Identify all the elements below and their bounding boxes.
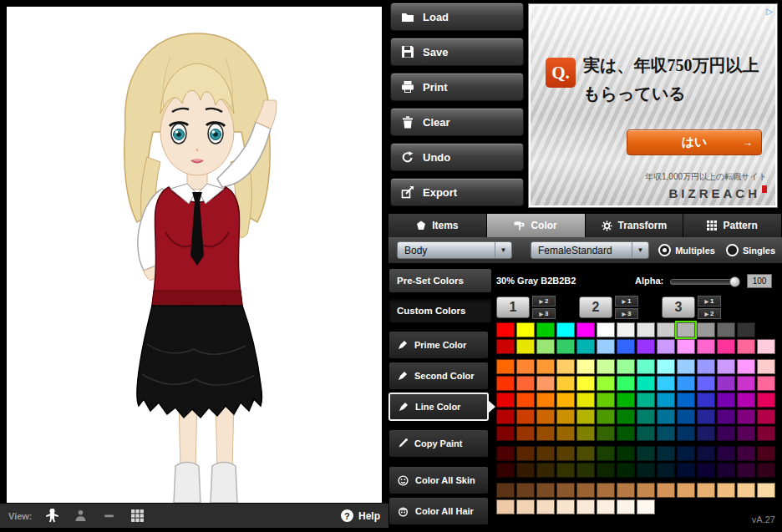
- palette-swatch[interactable]: [757, 446, 775, 461]
- palette-swatch[interactable]: [637, 322, 655, 337]
- palette-swatch[interactable]: [697, 393, 715, 408]
- palette-swatch[interactable]: [757, 376, 775, 391]
- line-color-button[interactable]: Line Color: [388, 393, 489, 421]
- palette-swatch[interactable]: [737, 359, 755, 374]
- palette-swatch[interactable]: [717, 426, 735, 441]
- color-all-skin-button[interactable]: Color All Skin: [388, 466, 489, 494]
- palette-swatch[interactable]: [657, 339, 675, 354]
- palette-swatch[interactable]: [657, 463, 675, 478]
- tab-items[interactable]: Items: [388, 214, 487, 237]
- palette-swatch[interactable]: [536, 446, 555, 461]
- palette-swatch[interactable]: [597, 426, 615, 441]
- palette-swatch[interactable]: [556, 463, 575, 478]
- palette-swatch[interactable]: [737, 393, 755, 408]
- palette-swatch[interactable]: [556, 376, 575, 391]
- palette-swatch[interactable]: [496, 499, 515, 514]
- tab-color[interactable]: Color: [487, 214, 586, 237]
- palette-swatch[interactable]: [597, 359, 615, 374]
- palette-swatch[interactable]: [536, 463, 555, 478]
- palette-swatch[interactable]: [576, 483, 595, 498]
- ad-cta-button[interactable]: はい: [627, 129, 762, 155]
- palette-swatch[interactable]: [677, 446, 695, 461]
- palette-swatch[interactable]: [576, 426, 595, 441]
- palette-swatch[interactable]: [516, 359, 535, 374]
- palette-swatch[interactable]: [576, 409, 595, 424]
- palette-swatch[interactable]: [536, 339, 555, 354]
- palette-page-link[interactable]: 1: [698, 296, 721, 307]
- palette-swatch[interactable]: [757, 339, 775, 354]
- palette-swatch[interactable]: [556, 393, 575, 408]
- palette-swatch[interactable]: [657, 409, 675, 424]
- palette-swatch[interactable]: [697, 409, 715, 424]
- palette-swatch[interactable]: [617, 499, 635, 514]
- palette-swatch[interactable]: [737, 322, 755, 337]
- palette-swatch[interactable]: [516, 393, 535, 408]
- palette-swatch[interactable]: [516, 499, 535, 514]
- palette-swatch[interactable]: [516, 463, 535, 478]
- palette-swatch[interactable]: [576, 376, 595, 391]
- palette-swatch[interactable]: [597, 409, 615, 424]
- palette-swatch[interactable]: [757, 322, 775, 337]
- palette-swatch[interactable]: [717, 339, 735, 354]
- palette-swatch[interactable]: [677, 463, 695, 478]
- undo-button[interactable]: Undo: [390, 143, 524, 171]
- palette-swatch[interactable]: [597, 446, 615, 461]
- radio-multiples[interactable]: Multiples: [658, 244, 715, 256]
- palette-swatch[interactable]: [617, 322, 635, 337]
- palette-swatch[interactable]: [536, 376, 555, 391]
- palette-swatch[interactable]: [496, 446, 515, 461]
- palette-swatch[interactable]: [717, 322, 735, 337]
- palette-swatch[interactable]: [556, 483, 575, 498]
- palette-swatch[interactable]: [737, 483, 755, 498]
- alpha-slider-handle[interactable]: [729, 276, 740, 287]
- palette-swatch[interactable]: [697, 463, 715, 478]
- palette-swatch[interactable]: [637, 393, 655, 408]
- palette-swatch[interactable]: [637, 409, 655, 424]
- view-grid-icon[interactable]: [129, 508, 146, 524]
- character-canvas[interactable]: [7, 7, 382, 503]
- palette-swatch[interactable]: [637, 339, 655, 354]
- palette-swatch[interactable]: [556, 446, 575, 461]
- palette-swatch[interactable]: [757, 393, 775, 408]
- view-portrait-icon[interactable]: [73, 508, 89, 524]
- palette-swatch[interactable]: [697, 322, 715, 337]
- palette-swatch[interactable]: [576, 359, 595, 374]
- palette-swatch[interactable]: [496, 339, 515, 354]
- print-button[interactable]: Print: [390, 73, 524, 101]
- palette-swatch[interactable]: [597, 322, 615, 337]
- palette-swatch[interactable]: [737, 376, 755, 391]
- custom-colors-button[interactable]: Custom Colors: [388, 298, 492, 323]
- palette-swatch[interactable]: [637, 376, 655, 391]
- palette-swatch[interactable]: [657, 393, 675, 408]
- palette-swatch[interactable]: [516, 376, 535, 391]
- palette-swatch[interactable]: [717, 483, 735, 498]
- palette-swatch[interactable]: [657, 483, 675, 498]
- palette-swatch[interactable]: [677, 483, 695, 498]
- chevron-down-icon[interactable]: [495, 242, 511, 258]
- palette-swatch[interactable]: [737, 426, 755, 441]
- palette-swatch[interactable]: [637, 483, 655, 498]
- palette-page-3-button[interactable]: 3: [662, 296, 695, 318]
- load-button[interactable]: Load: [390, 3, 524, 31]
- clear-button[interactable]: Clear: [390, 108, 524, 136]
- palette-swatch[interactable]: [697, 339, 715, 354]
- prime-color-button[interactable]: Prime Color: [388, 331, 489, 359]
- palette-swatch[interactable]: [597, 393, 615, 408]
- palette-swatch[interactable]: [757, 463, 775, 478]
- palette-swatch[interactable]: [597, 463, 615, 478]
- palette-swatch[interactable]: [516, 446, 535, 461]
- palette-swatch[interactable]: [757, 359, 775, 374]
- palette-swatch[interactable]: [677, 409, 695, 424]
- palette-swatch[interactable]: [637, 426, 655, 441]
- palette-swatch[interactable]: [677, 426, 695, 441]
- palette-swatch[interactable]: [536, 393, 555, 408]
- preset-colors-button[interactable]: Pre-Set Colors: [388, 268, 492, 293]
- palette-swatch[interactable]: [536, 359, 555, 374]
- palette-swatch[interactable]: [657, 376, 675, 391]
- palette-swatch[interactable]: [516, 409, 535, 424]
- palette-swatch[interactable]: [556, 499, 575, 514]
- palette-swatch[interactable]: [516, 339, 535, 354]
- palette-page-link[interactable]: 2: [532, 296, 556, 307]
- color-all-hair-button[interactable]: Color All Hair: [388, 497, 489, 525]
- palette-swatch[interactable]: [556, 409, 575, 424]
